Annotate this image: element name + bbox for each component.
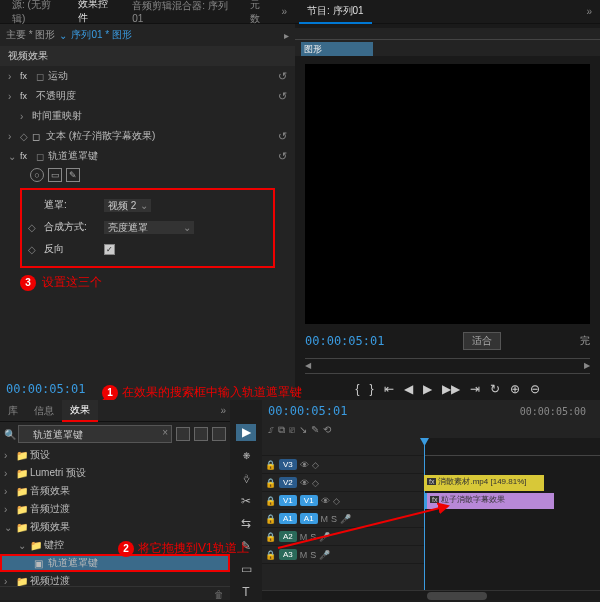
twisty-icon[interactable]: › [8, 131, 20, 142]
stopwatch-icon[interactable]: ◇ [28, 222, 44, 233]
track-a1[interactable]: 🔒A1A1MS🎤 [262, 510, 424, 528]
hand-tool-icon[interactable]: ▭ [236, 561, 256, 578]
yuv-filter-icon[interactable] [212, 427, 226, 441]
pen-keyframe-icon[interactable]: ✎ [311, 424, 319, 436]
track-a2[interactable]: 🔒A2MS🎤 [262, 528, 424, 546]
composite-select[interactable]: 亮度遮罩 [104, 221, 194, 234]
clear-search-icon[interactable]: × [162, 427, 168, 438]
mask-shape-row: ○ ▭ ✎ [0, 166, 295, 184]
timeline-clip-area[interactable]: 消散素材.mp4 [149.81%] 粒子消散字幕效果 [424, 438, 600, 590]
keyframe-toggle-icon[interactable]: ◇ [20, 131, 32, 142]
snap-icon[interactable]: ⎎ [268, 424, 274, 436]
effect-motion[interactable]: › fx ◻ 运动 ↺ [0, 66, 295, 86]
scrollbar-thumb[interactable] [427, 592, 487, 600]
program-ruler[interactable] [305, 358, 590, 374]
tree-audio-trans[interactable]: ›📁音频过渡 [0, 500, 230, 518]
tree-lumetri[interactable]: ›📁Lumetri 预设 [0, 464, 230, 482]
linked-selection-icon[interactable]: ⧉ [278, 424, 285, 436]
reset-icon[interactable]: ↺ [278, 70, 287, 83]
mini-clip[interactable]: 图形 [301, 42, 373, 56]
track-v3[interactable]: 🔒V3👁◇ [262, 456, 424, 474]
matte-select[interactable]: 视频 2 [104, 199, 151, 212]
track-v1[interactable]: 🔒V1V1👁◇ [262, 492, 424, 510]
through-edits-icon[interactable]: ↘ [299, 424, 307, 436]
track-select-tool-icon[interactable]: ⎈ [236, 447, 256, 464]
insert-icon[interactable]: ⊕ [510, 382, 520, 396]
tree-video-fx[interactable]: ⌄📁视频效果 [0, 518, 230, 536]
effect-time-remap[interactable]: › 时间重映射 [0, 106, 295, 126]
ellipse-mask-icon[interactable]: ○ [30, 168, 44, 182]
step-back-icon[interactable]: ◀ [404, 382, 413, 396]
reset-icon[interactable]: ↺ [278, 130, 287, 143]
accel-filter-icon[interactable] [194, 427, 208, 441]
clip-v2[interactable]: 消散素材.mp4 [149.81%] [424, 475, 544, 491]
loop-icon[interactable]: ↻ [490, 382, 500, 396]
settings-icon[interactable]: ⟲ [323, 424, 331, 436]
preview-controls: 00:00:05:01 适合 完 [295, 328, 600, 354]
trash-icon[interactable]: 🗑 [214, 589, 224, 600]
tab-library[interactable]: 库 [0, 401, 26, 421]
tab-info[interactable]: 信息 [26, 401, 62, 421]
transport-controls: { } ⇤ ◀ ▶ ▶▶ ⇥ ↻ ⊕ ⊖ [295, 378, 600, 400]
mark-in-icon[interactable]: { [355, 382, 359, 396]
ripple-tool-icon[interactable]: ⎀ [236, 470, 256, 487]
effect-text[interactable]: › ◇ ◻ 文本 (粒子消散字幕效果) ↺ [0, 126, 295, 146]
tab-program[interactable]: 节目: 序列01 [299, 0, 372, 24]
selection-tool-icon[interactable]: ▶ [236, 424, 256, 441]
play-icon[interactable]: ▶ [423, 382, 432, 396]
tabs-overflow-icon[interactable]: » [582, 6, 596, 17]
circle-number-icon: 2 [118, 541, 134, 557]
timeline-scrollbar[interactable] [262, 590, 600, 600]
step-fwd-icon[interactable]: ▶▶ [442, 382, 460, 396]
track-a3[interactable]: 🔒A3MS🎤 [262, 546, 424, 564]
overwrite-icon[interactable]: ⊖ [530, 382, 540, 396]
effects-search-input[interactable]: 轨道遮罩键 × [18, 425, 172, 443]
mark-out-icon[interactable]: } [370, 382, 374, 396]
program-monitor[interactable] [305, 64, 590, 324]
reset-icon[interactable]: ↺ [278, 90, 287, 103]
quality-select[interactable]: 完 [580, 334, 590, 348]
annotation-text: 设置这三个 [42, 274, 102, 291]
tabs-overflow-icon[interactable]: » [277, 6, 291, 17]
twisty-icon[interactable]: › [8, 71, 20, 82]
razor-tool-icon[interactable]: ✂ [236, 492, 256, 509]
track-v2[interactable]: 🔒V2👁◇ [262, 474, 424, 492]
pen-mask-icon[interactable]: ✎ [66, 168, 80, 182]
go-start-icon[interactable]: ⇤ [384, 382, 394, 396]
tree-presets[interactable]: ›📁预设 [0, 446, 230, 464]
twisty-icon[interactable]: › [8, 91, 20, 102]
circle-number-icon: 1 [102, 385, 118, 401]
timeline-timecode[interactable]: 00:00:05:01 [268, 404, 347, 418]
stopwatch-icon[interactable]: ◇ [28, 244, 44, 255]
markers-icon[interactable]: ⎚ [289, 424, 295, 436]
program-timecode[interactable]: 00:00:05:01 [305, 334, 384, 348]
preset-filter-icon[interactable] [176, 427, 190, 441]
slip-tool-icon[interactable]: ⇆ [236, 515, 256, 532]
keyframe-toggle-icon[interactable]: ◻ [36, 71, 48, 82]
effect-label: 时间重映射 [32, 109, 287, 123]
clip-v1[interactable]: 粒子消散字幕效果 [424, 493, 554, 509]
playhead[interactable] [424, 438, 425, 590]
timeline-ruler[interactable] [424, 438, 600, 456]
effect-opacity[interactable]: › fx 不透明度 ↺ [0, 86, 295, 106]
twisty-icon[interactable]: › [20, 111, 32, 122]
keyframe-toggle-icon[interactable]: ◻ [36, 151, 48, 162]
mini-ruler[interactable] [295, 28, 600, 40]
tabs-overflow-icon[interactable]: » [216, 405, 230, 416]
tab-effects[interactable]: 效果 [62, 400, 98, 422]
reverse-checkbox[interactable]: ✓ [104, 244, 115, 255]
effect-track-matte[interactable]: ⌄ fx ◻ 轨道遮罩键 ↺ [0, 146, 295, 166]
ruler-spacer [262, 438, 424, 456]
timecode[interactable]: 00:00:05:01 [6, 382, 85, 396]
tree-audio-fx[interactable]: ›📁音频效果 [0, 482, 230, 500]
twisty-icon[interactable]: ⌄ [8, 151, 20, 162]
source-clip-label: 主要 * 图形 [6, 28, 55, 42]
tree-video-trans[interactable]: ›📁视频过渡 [0, 572, 230, 586]
effects-footer: 🗑 [0, 586, 230, 600]
collapse-icon[interactable]: ▸ [284, 30, 289, 41]
type-tool-icon[interactable]: T [236, 583, 256, 600]
rect-mask-icon[interactable]: ▭ [48, 168, 62, 182]
go-end-icon[interactable]: ⇥ [470, 382, 480, 396]
reset-icon[interactable]: ↺ [278, 150, 287, 163]
zoom-fit-select[interactable]: 适合 [463, 332, 501, 350]
